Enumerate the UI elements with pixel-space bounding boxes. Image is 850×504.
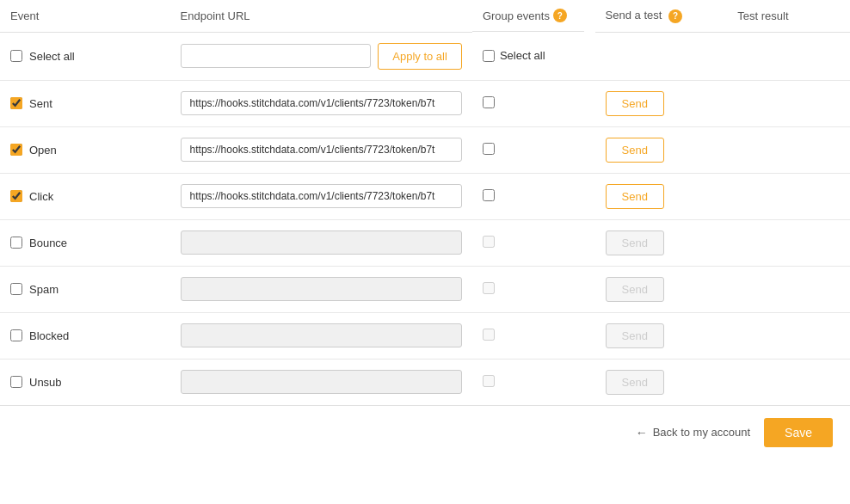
group-checkbox-sent[interactable] xyxy=(483,96,495,108)
send-cell-open: Send xyxy=(595,126,728,173)
result-cell-open xyxy=(727,126,850,173)
table-row: Spam Send xyxy=(0,266,850,312)
select-all-group-checkbox[interactable] xyxy=(483,50,495,62)
select-all-checkbox[interactable] xyxy=(10,50,22,62)
url-input-blocked xyxy=(181,323,462,347)
url-cell-spam xyxy=(170,266,472,312)
url-input-spam xyxy=(181,277,462,301)
send-cell-click: Send xyxy=(595,173,728,219)
result-cell-blocked xyxy=(727,312,850,359)
url-cell-click xyxy=(170,173,472,219)
back-arrow-icon: ← xyxy=(636,426,648,439)
event-checkbox-sent[interactable] xyxy=(10,97,22,109)
group-checkbox-open[interactable] xyxy=(483,143,495,155)
table-row: Sent Send xyxy=(0,80,850,126)
table-row: Unsub Send xyxy=(0,359,850,405)
result-cell-unsub xyxy=(727,359,850,405)
event-checkbox-open[interactable] xyxy=(10,144,22,156)
event-cell-open: Open xyxy=(0,126,170,173)
col-header-group: Group events ? xyxy=(472,0,584,32)
event-cell-bounce: Bounce xyxy=(0,219,170,266)
select-all-send-cell xyxy=(595,32,728,80)
result-cell-spam xyxy=(727,266,850,312)
webhook-events-table: Event Endpoint URL Group events ? Send a… xyxy=(0,0,850,405)
event-label-sent: Sent xyxy=(29,97,52,110)
event-checkbox-click[interactable] xyxy=(10,190,22,202)
select-all-url-cell: Apply to all xyxy=(170,32,472,80)
event-cell-spam: Spam xyxy=(0,266,170,312)
save-button[interactable]: Save xyxy=(764,418,833,447)
url-input-click[interactable] xyxy=(181,184,462,208)
group-checkbox-bounce xyxy=(483,236,495,248)
event-checkbox-unsub[interactable] xyxy=(10,376,22,388)
footer: ← Back to my account Save xyxy=(0,405,850,459)
apply-to-all-button[interactable]: Apply to all xyxy=(378,43,462,70)
url-input-unsub xyxy=(181,370,462,394)
select-all-url-input[interactable] xyxy=(181,44,372,68)
table-row: Open Send xyxy=(0,126,850,173)
result-cell-click xyxy=(727,173,850,219)
send-button-open[interactable]: Send xyxy=(606,138,664,163)
group-cell-sent xyxy=(472,80,595,126)
group-checkbox-blocked xyxy=(483,329,495,341)
url-input-bounce xyxy=(181,230,462,255)
select-all-group-label: Select all xyxy=(500,49,545,62)
send-button-sent[interactable]: Send xyxy=(606,91,664,116)
event-cell-sent: Sent xyxy=(0,80,170,126)
back-label: Back to my account xyxy=(653,426,750,439)
col-header-result: Test result xyxy=(727,0,850,32)
select-all-event-cell: Select all xyxy=(0,32,170,80)
result-cell-sent xyxy=(727,80,850,126)
group-cell-spam xyxy=(472,266,595,312)
event-checkbox-spam[interactable] xyxy=(10,283,22,295)
url-input-sent[interactable] xyxy=(181,91,462,115)
send-button-click[interactable]: Send xyxy=(606,184,664,209)
event-cell-unsub: Unsub xyxy=(0,359,170,405)
event-cell-click: Click xyxy=(0,173,170,219)
group-checkbox-spam xyxy=(483,282,495,294)
event-label-bounce: Bounce xyxy=(29,237,67,249)
result-cell-bounce xyxy=(727,219,850,266)
url-cell-bounce xyxy=(170,219,472,266)
table-row: Bounce Send xyxy=(0,219,850,266)
group-cell-click xyxy=(472,173,595,219)
table-row: Blocked Send xyxy=(0,312,850,359)
group-events-help-icon[interactable]: ? xyxy=(553,9,567,22)
select-all-row: Select all Apply to all Select all xyxy=(0,32,850,80)
event-label-click: Click xyxy=(29,190,53,203)
select-all-label: Select all xyxy=(29,50,75,63)
send-button-blocked: Send xyxy=(606,323,664,348)
group-cell-open xyxy=(472,126,595,173)
send-cell-unsub: Send xyxy=(595,359,728,405)
table-row: Click Send xyxy=(0,173,850,219)
url-cell-unsub xyxy=(170,359,472,405)
group-checkbox-unsub xyxy=(483,375,495,387)
event-checkbox-bounce[interactable] xyxy=(10,237,22,249)
send-button-spam: Send xyxy=(606,277,664,302)
col-header-send: Send a test ? xyxy=(595,0,728,32)
event-checkbox-blocked[interactable] xyxy=(10,329,22,341)
group-cell-unsub xyxy=(472,359,595,405)
send-cell-spam: Send xyxy=(595,266,728,312)
col-header-event: Event xyxy=(0,0,170,32)
select-all-result-cell xyxy=(727,32,850,80)
send-cell-blocked: Send xyxy=(595,312,728,359)
back-to-account-link[interactable]: ← Back to my account xyxy=(636,426,750,439)
event-label-unsub: Unsub xyxy=(29,376,62,389)
send-cell-bounce: Send xyxy=(595,219,728,266)
event-label-open: Open xyxy=(29,144,57,157)
col-header-url: Endpoint URL xyxy=(170,0,472,32)
event-label-blocked: Blocked xyxy=(29,329,69,342)
url-cell-blocked xyxy=(170,312,472,359)
send-test-help-icon[interactable]: ? xyxy=(668,9,682,23)
event-cell-blocked: Blocked xyxy=(0,312,170,359)
url-input-open[interactable] xyxy=(181,138,462,162)
send-button-unsub: Send xyxy=(606,370,664,395)
url-cell-open xyxy=(170,126,472,173)
event-label-spam: Spam xyxy=(29,283,59,296)
group-checkbox-click[interactable] xyxy=(483,189,495,201)
send-cell-sent: Send xyxy=(595,80,728,126)
send-button-bounce: Send xyxy=(606,230,664,255)
group-cell-bounce xyxy=(472,219,595,266)
url-cell-sent xyxy=(170,80,472,126)
